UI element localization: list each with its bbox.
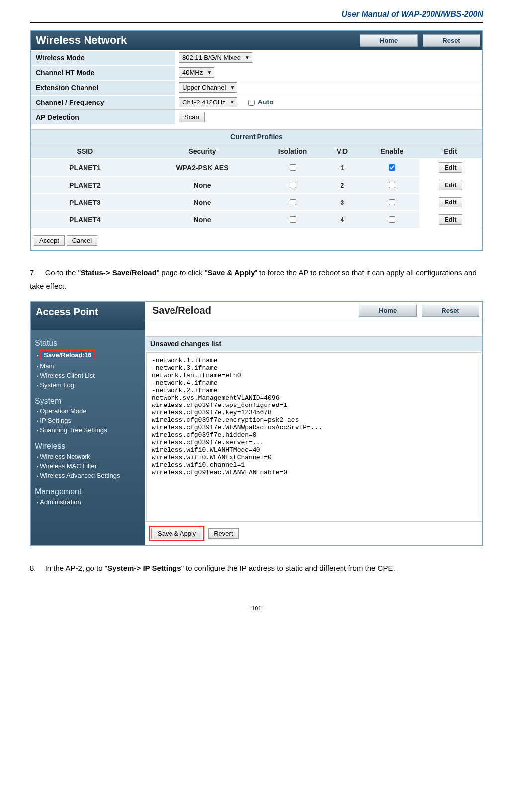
select-ext-channel[interactable]: Upper Channel ▼ [179, 82, 237, 93]
cell-edit: Edit [419, 211, 482, 228]
label-ap-detection: AP Detection [31, 110, 175, 124]
edit-button[interactable]: Edit [439, 197, 462, 207]
sidebar-section-system: System [35, 397, 145, 406]
save-apply-highlight: Save & Apply [149, 526, 204, 541]
sidebar-item[interactable]: Wireless MAC Filter [35, 461, 145, 471]
cell-vid: 3 [320, 194, 365, 211]
save-reload-highlight: Save/Reload:16 [40, 350, 95, 360]
main2-titlebar: Save/Reload Home Reset [145, 302, 482, 320]
row-ap-detection: AP Detection Scan [31, 109, 482, 124]
enable-checkbox[interactable] [389, 164, 395, 171]
cell-vid: 1 [320, 159, 365, 176]
sidebar-item[interactable]: Administration [35, 497, 145, 507]
enable-checkbox[interactable] [389, 199, 395, 205]
label-channel-ht: Channel HT Mode [31, 66, 175, 80]
sidebar-section-status: Status [35, 339, 145, 348]
doc-header: User Manual of WAP-200N/WBS-200N [30, 10, 483, 23]
home-button-2[interactable]: Home [359, 304, 417, 317]
auto-checkbox[interactable] [248, 100, 255, 106]
step8-post: " to configure the IP address to static … [181, 564, 395, 572]
cell-enable [365, 176, 419, 194]
auto-label: Auto [258, 98, 274, 106]
cell-enable [365, 211, 419, 228]
step7-b2: Save & Apply [207, 268, 255, 277]
main2-footer: Save & Apply Revert [145, 521, 482, 545]
sidebar-section-management: Management [35, 487, 145, 496]
enable-checkbox[interactable] [389, 182, 395, 188]
cell-vid: 2 [320, 176, 365, 194]
cell-security: None [139, 194, 265, 211]
table-row: PLANET4None4Edit [31, 211, 482, 228]
save-apply-button[interactable]: Save & Apply [151, 528, 202, 539]
panel1-titlebar: Wireless Network Home Reset [31, 31, 482, 50]
row-ext-channel: Extension Channel Upper Channel ▼ [31, 80, 482, 95]
revert-button[interactable]: Revert [208, 528, 238, 539]
chevron-down-icon: ▼ [207, 70, 212, 75]
th-edit: Edit [419, 144, 482, 159]
isolation-checkbox[interactable] [290, 182, 296, 188]
edit-button[interactable]: Edit [439, 162, 462, 173]
chevron-down-icon: ▼ [245, 55, 250, 60]
table-row: PLANET3None3Edit [31, 194, 482, 211]
edit-button[interactable]: Edit [439, 180, 462, 190]
step-8: 8. In the AP-2, go to "System-> IP Setti… [30, 561, 483, 575]
cell-edit: Edit [419, 159, 482, 176]
sidebar-item[interactable]: Main [35, 361, 145, 371]
select-channel-ht-value: 40MHz [182, 69, 203, 76]
step8-pre: In the AP-2, go to " [45, 564, 107, 572]
cell-enable [365, 194, 419, 211]
th-security: Security [139, 144, 265, 159]
sidebar: Access Point Status Save/Reload:16 MainW… [31, 302, 145, 545]
isolation-checkbox[interactable] [290, 199, 296, 205]
cell-security: None [139, 211, 265, 228]
select-channel-freq[interactable]: Ch1-2.412GHz ▼ [179, 97, 237, 107]
cell-enable [365, 159, 419, 176]
table-row: PLANET1WPA2-PSK AES1Edit [31, 159, 482, 176]
step-7: 7. Go to the "Status-> Save/Reload" page… [30, 266, 483, 293]
sidebar-item[interactable]: System Log [35, 380, 145, 390]
chevron-down-icon: ▼ [230, 100, 235, 105]
profiles-table: SSID Security Isolation VID Enable Edit … [31, 144, 482, 228]
auto-checkbox-wrap: Auto [246, 98, 274, 106]
cell-isolation [265, 194, 320, 211]
sidebar-item-save-reload[interactable]: Save/Reload:16 [35, 349, 145, 361]
chevron-down-icon: ▼ [230, 85, 235, 90]
reset-button-2[interactable]: Reset [422, 304, 479, 317]
label-channel-freq: Channel / Frequency [31, 96, 175, 109]
cell-security: None [139, 176, 265, 194]
enable-checkbox[interactable] [389, 216, 395, 223]
th-ssid: SSID [31, 144, 139, 159]
sidebar-item[interactable]: Operation Mode [35, 406, 145, 416]
isolation-checkbox[interactable] [290, 164, 296, 171]
select-ext-channel-value: Upper Channel [182, 84, 226, 91]
sidebar-body: Status Save/Reload:16 MainWireless Clien… [31, 330, 145, 545]
sidebar-item[interactable]: Spanning Tree Settings [35, 425, 145, 435]
table-row: PLANET2None2Edit [31, 176, 482, 194]
select-wireless-mode[interactable]: 802.11 B/G/N Mixed ▼ [179, 52, 252, 63]
cancel-button[interactable]: Cancel [67, 235, 97, 246]
sidebar-item[interactable]: Wireless Network [35, 452, 145, 461]
cell-edit: Edit [419, 194, 482, 211]
sidebar-item[interactable]: Wireless Client List [35, 371, 145, 380]
unsaved-changes-list: -network.1.ifname -network.3.ifname netw… [146, 352, 481, 520]
th-enable: Enable [365, 144, 419, 159]
th-vid: VID [320, 144, 365, 159]
sidebar-item[interactable]: Wireless Advanced Settings [35, 471, 145, 480]
cell-isolation [265, 176, 320, 194]
th-isolation: Isolation [265, 144, 320, 159]
edit-button[interactable]: Edit [439, 214, 462, 225]
select-channel-ht[interactable]: 40MHz ▼ [179, 67, 214, 78]
step8-b1: System-> IP Settings [107, 564, 181, 572]
cell-ssid: PLANET2 [31, 176, 139, 194]
cell-edit: Edit [419, 176, 482, 194]
select-channel-freq-value: Ch1-2.412GHz [182, 99, 226, 106]
accept-button[interactable]: Accept [34, 235, 65, 246]
row-channel-ht: Channel HT Mode 40MHz ▼ [31, 65, 482, 80]
home-button[interactable]: Home [360, 34, 418, 47]
sidebar-section-wireless: Wireless [35, 442, 145, 451]
sidebar-item[interactable]: IP Settings [35, 416, 145, 425]
reset-button[interactable]: Reset [423, 34, 480, 47]
scan-button[interactable]: Scan [179, 112, 205, 122]
isolation-checkbox[interactable] [290, 216, 296, 223]
save-reload-panel: Access Point Status Save/Reload:16 MainW… [30, 301, 483, 546]
